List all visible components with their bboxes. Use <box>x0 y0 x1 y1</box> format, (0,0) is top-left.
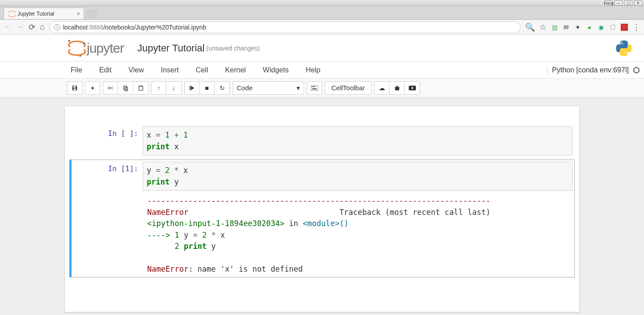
code-cell[interactable]: In [ ]: x = 1 + 1print x <box>69 124 575 158</box>
input-prompt: In [ ]: <box>73 126 143 155</box>
notebook-header: jupyter Jupyter Tutorial (unsaved change… <box>0 35 644 62</box>
interrupt-button[interactable]: ■ <box>199 81 215 95</box>
gift-button[interactable] <box>390 81 405 95</box>
notebook-background: In [ ]: x = 1 + 1print x In [1]: y = 2 *… <box>0 97 644 315</box>
slideshow-button[interactable] <box>405 81 420 95</box>
copy-button[interactable] <box>118 81 133 95</box>
jupyter-logo-text: jupyter <box>87 41 124 56</box>
evernote-icon[interactable]: ✦ <box>574 24 581 31</box>
hang-button[interactable]: Hang <box>605 0 613 5</box>
extension-icon[interactable]: ▥ <box>551 24 558 31</box>
page-content: jupyter Jupyter Tutorial (unsaved change… <box>0 35 644 315</box>
menu-file[interactable]: File <box>71 66 82 74</box>
paste-button[interactable] <box>133 81 148 95</box>
svg-rect-0 <box>311 85 318 91</box>
menu-widgets[interactable]: Widgets <box>263 66 289 74</box>
chevron-down-icon: ▾ <box>297 84 300 92</box>
grammarly-icon[interactable]: ◉ <box>597 24 605 31</box>
restart-button[interactable]: ↻ <box>215 81 230 95</box>
jupyter-favicon-icon <box>8 11 15 17</box>
home-button[interactable]: ⌂ <box>40 22 45 32</box>
python-logo-icon <box>614 39 633 58</box>
browser-tab[interactable]: Jupyter Tutorial × <box>4 8 84 19</box>
extension-icons: ▥ ✉ ✦ ● ◉ ☐ ⋯ ⋮ <box>551 22 640 32</box>
menu-insert[interactable]: Insert <box>161 66 179 74</box>
extension-icon[interactable]: ✉ <box>563 24 570 31</box>
browser-tabstrip: Jupyter Tutorial × <box>0 6 644 20</box>
bookmark-star-icon[interactable]: ☆ <box>539 22 547 32</box>
reload-button[interactable]: ⟳ <box>29 22 35 32</box>
extension-icon[interactable]: ☐ <box>609 24 616 31</box>
menu-view[interactable]: View <box>128 66 144 74</box>
celltoolbar-button[interactable]: CellToolbar <box>325 81 372 95</box>
browser-menu-icon[interactable]: ⋮ <box>632 22 640 32</box>
url-path: /notebooks/Jupyter%20Tutorial.ipynb <box>103 24 206 31</box>
svg-rect-4 <box>312 88 317 89</box>
code-input[interactable]: x = 1 + 1print x <box>143 126 572 155</box>
notebook-name[interactable]: Jupyter Tutorial <box>137 42 204 54</box>
toolbar: + ✄ ↑ ↓ ■ ↻ Code ▾ CellToolbar ☁ <box>0 79 644 97</box>
add-cell-button[interactable]: + <box>85 81 100 95</box>
maximize-button[interactable]: ▢ <box>624 0 632 5</box>
zoom-icon[interactable]: 🔍 <box>525 22 535 32</box>
move-up-button[interactable]: ↑ <box>151 81 166 95</box>
save-status: (unsaved changes) <box>206 45 259 52</box>
tab-close-icon[interactable]: × <box>76 10 80 17</box>
url-port: :8888 <box>88 24 103 31</box>
menu-edit[interactable]: Edit <box>99 66 112 74</box>
cell-type-value: Code <box>237 84 253 92</box>
output-area: ----------------------------------------… <box>143 191 572 275</box>
browser-toolbar: ← → ⟳ ⌂ i localhost:8888/notebooks/Jupyt… <box>0 20 644 35</box>
url-host: localhost <box>63 24 88 31</box>
menu-help[interactable]: Help <box>305 66 320 74</box>
minimize-button[interactable]: — <box>614 0 623 5</box>
cell-type-select[interactable]: Code ▾ <box>233 81 304 95</box>
input-prompt: In [1]: <box>73 162 143 275</box>
forward-button: → <box>16 22 24 32</box>
menu-cell[interactable]: Cell <box>196 66 208 74</box>
code-input[interactable]: y = 2 * xprint y <box>143 162 572 191</box>
command-palette-button[interactable] <box>307 81 322 95</box>
svg-rect-3 <box>314 86 315 87</box>
menu-kernel[interactable]: Kernel <box>225 66 246 74</box>
address-bar[interactable]: i localhost:8888/notebooks/Jupyter%20Tut… <box>49 21 521 33</box>
site-info-icon[interactable]: i <box>54 24 60 30</box>
kernel-name: Python [conda env:697l] <box>552 66 629 74</box>
close-window-button[interactable]: ✕ <box>634 0 642 5</box>
cut-button[interactable]: ✄ <box>103 81 118 95</box>
extension-icon[interactable]: ⋯ <box>621 24 628 31</box>
tab-title: Jupyter Tutorial <box>17 11 54 17</box>
svg-rect-1 <box>312 86 313 87</box>
save-button[interactable] <box>67 81 82 95</box>
run-button[interactable] <box>184 81 199 95</box>
notebook-container: In [ ]: x = 1 + 1print x In [1]: y = 2 *… <box>65 106 579 312</box>
new-tab-button[interactable] <box>87 9 97 18</box>
move-down-button[interactable]: ↓ <box>166 81 182 95</box>
code-cell[interactable]: In [1]: y = 2 * xprint y ---------------… <box>69 160 575 277</box>
back-button[interactable]: ← <box>4 22 12 32</box>
window-titlebar: Hang — ▢ ✕ <box>0 0 644 6</box>
kernel-indicator-icon[interactable] <box>633 67 640 73</box>
menubar: File Edit View Insert Cell Kernel Widget… <box>0 62 644 79</box>
jupyter-logo-icon <box>67 40 84 57</box>
jupyter-logo[interactable]: jupyter <box>67 40 124 57</box>
cloud-upload-button[interactable]: ☁ <box>374 81 390 95</box>
svg-rect-2 <box>313 86 314 87</box>
extension-icon[interactable]: ● <box>586 24 593 31</box>
